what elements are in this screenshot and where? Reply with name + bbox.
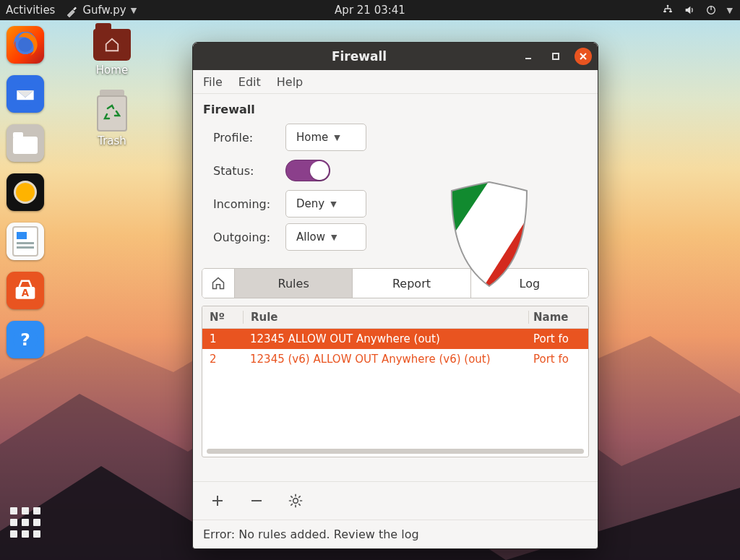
profile-dropdown[interactable]: Home ▼ xyxy=(285,124,366,151)
desktop-icon-label: Home xyxy=(96,64,128,77)
dock-app-libreoffice[interactable] xyxy=(7,223,44,260)
window-minimize-button[interactable] xyxy=(520,48,537,65)
chevron-down-icon: ▼ xyxy=(330,199,336,209)
svg-line-31 xyxy=(298,504,301,506)
rules-table: Nº Rule Name 1 12345 ALLOW OUT Anywhere … xyxy=(202,306,589,457)
rule-settings-button[interactable] xyxy=(287,492,304,509)
dock-app-help[interactable]: ? xyxy=(7,321,44,358)
cell-rule: 12345 ALLOW OUT Anywhere (out) xyxy=(243,332,529,345)
svg-text:A: A xyxy=(22,288,30,298)
incoming-label: Incoming: xyxy=(213,197,285,211)
svg-rect-8 xyxy=(13,132,23,138)
window-titlebar[interactable]: Firewall xyxy=(193,43,598,70)
outgoing-dropdown[interactable]: Allow ▼ xyxy=(285,223,366,251)
window-maximize-button[interactable] xyxy=(547,48,564,65)
status-toggle[interactable] xyxy=(285,160,330,181)
firewall-window: Firewall File Edit Help Firewall Profile… xyxy=(192,42,598,549)
folder-icon xyxy=(93,29,131,61)
svg-text:?: ? xyxy=(20,329,30,350)
menubar: File Edit Help xyxy=(193,70,598,94)
profile-value: Home xyxy=(296,131,328,144)
chevron-down-icon: ▼ xyxy=(727,6,733,15)
desktop-icon-label: Trash xyxy=(98,134,126,147)
table-header: Nº Rule Name xyxy=(202,306,588,329)
status-message: Error: No rules added. Review the log xyxy=(203,527,419,541)
firewall-settings-form: Profile: Home ▼ Status: Incoming: Deny ▼… xyxy=(193,119,598,261)
trash-icon xyxy=(97,95,127,132)
svg-line-33 xyxy=(298,496,301,498)
section-title: Firewall xyxy=(193,94,598,119)
menu-file[interactable]: File xyxy=(203,75,223,89)
chevron-down-icon: ▼ xyxy=(334,133,340,142)
svg-point-25 xyxy=(293,499,298,504)
dock-app-firefox[interactable] xyxy=(7,26,44,64)
rule-action-bar xyxy=(193,481,598,520)
statusbar: Error: No rules added. Review the log xyxy=(193,520,598,548)
col-no[interactable]: Nº xyxy=(202,311,244,324)
cell-name: Port fo xyxy=(529,353,588,366)
tab-rules[interactable]: Rules xyxy=(235,269,353,298)
chevron-down-icon: ▼ xyxy=(331,233,337,242)
desktop-icon-home[interactable]: Home xyxy=(87,29,137,77)
menu-edit[interactable]: Edit xyxy=(238,75,261,89)
svg-rect-18 xyxy=(553,53,559,59)
gnome-top-bar: Activities Gufw.py ▼ Apr 21 03:41 ▼ xyxy=(0,0,740,20)
ubuntu-dock: A ? xyxy=(0,20,51,560)
table-row[interactable]: 1 12345 ALLOW OUT Anywhere (out) Port fo xyxy=(202,329,588,349)
speaker-icon xyxy=(14,181,37,204)
window-close-button[interactable] xyxy=(575,48,592,65)
incoming-dropdown[interactable]: Deny ▼ xyxy=(285,190,366,217)
svg-line-30 xyxy=(291,496,293,498)
horizontal-scrollbar[interactable] xyxy=(207,449,584,454)
menu-help[interactable]: Help xyxy=(277,75,303,89)
svg-rect-12 xyxy=(17,246,34,249)
cell-no: 1 xyxy=(202,332,243,345)
cell-rule: 12345 (v6) ALLOW OUT Anywhere (v6) (out) xyxy=(243,353,529,366)
col-name[interactable]: Name xyxy=(528,311,588,324)
remove-rule-button[interactable] xyxy=(248,492,265,509)
svg-rect-10 xyxy=(17,232,27,239)
status-label: Status: xyxy=(213,164,285,178)
desktop-icons: Home Trash xyxy=(87,29,137,147)
table-row[interactable]: 2 12345 (v6) ALLOW OUT Anywhere (v6) (ou… xyxy=(202,349,588,369)
incoming-value: Deny xyxy=(296,197,324,210)
desktop-icon-trash[interactable]: Trash xyxy=(87,95,137,147)
window-title: Firewall xyxy=(199,49,520,64)
dock-app-files[interactable] xyxy=(7,124,44,162)
outgoing-label: Outgoing: xyxy=(213,231,285,244)
show-applications-button[interactable] xyxy=(7,504,44,541)
home-tab-button[interactable] xyxy=(202,269,235,298)
profile-label: Profile: xyxy=(213,131,285,145)
cell-no: 2 xyxy=(202,353,243,366)
outgoing-value: Allow xyxy=(296,231,325,244)
svg-rect-9 xyxy=(13,227,38,256)
shield-icon xyxy=(446,181,533,289)
dock-app-thunderbird[interactable] xyxy=(7,75,44,113)
clock[interactable]: Apr 21 03:41 xyxy=(0,4,740,17)
svg-rect-11 xyxy=(17,242,34,244)
dock-app-rhythmbox[interactable] xyxy=(7,173,44,211)
col-rule[interactable]: Rule xyxy=(244,311,528,324)
add-rule-button[interactable] xyxy=(209,492,226,509)
cell-name: Port fo xyxy=(529,332,588,345)
dock-app-software[interactable]: A xyxy=(7,272,44,309)
svg-rect-7 xyxy=(13,137,38,154)
svg-line-32 xyxy=(291,504,293,506)
